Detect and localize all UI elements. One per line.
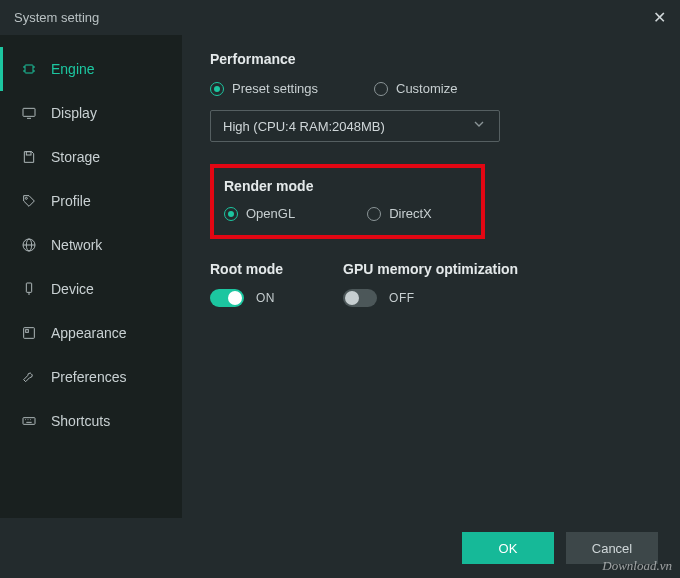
preset-dropdown[interactable]: High (CPU:4 RAM:2048MB) (210, 110, 500, 142)
radio-opengl[interactable]: OpenGL (224, 206, 295, 221)
toggle-state-label: ON (256, 291, 275, 305)
window-title: System setting (14, 10, 99, 25)
radio-label: OpenGL (246, 206, 295, 221)
cancel-button[interactable]: Cancel (566, 532, 658, 564)
radio-preset-settings[interactable]: Preset settings (210, 81, 318, 96)
sidebar-item-label: Network (51, 237, 102, 253)
render-mode-title: Render mode (224, 178, 471, 194)
sidebar-item-label: Storage (51, 149, 100, 165)
svg-rect-15 (26, 330, 29, 333)
footer: OK Cancel (0, 518, 680, 578)
radio-label: Customize (396, 81, 457, 96)
sidebar-item-shortcuts[interactable]: Shortcuts (0, 399, 182, 443)
sidebar-item-label: Shortcuts (51, 413, 110, 429)
svg-rect-0 (25, 65, 33, 73)
gpu-opt-title: GPU memory optimization (343, 261, 518, 277)
radio-dot-icon (374, 82, 388, 96)
ok-button[interactable]: OK (462, 532, 554, 564)
performance-title: Performance (210, 51, 652, 67)
svg-point-8 (25, 197, 27, 199)
sidebar-item-network[interactable]: Network (0, 223, 182, 267)
radio-label: Preset settings (232, 81, 318, 96)
toggle-knob (228, 291, 242, 305)
toggle-knob (345, 291, 359, 305)
save-icon (21, 149, 37, 165)
dropdown-value: High (CPU:4 RAM:2048MB) (223, 119, 385, 134)
chevron-down-icon (471, 116, 487, 137)
appearance-icon (21, 325, 37, 341)
svg-rect-16 (23, 418, 35, 425)
sidebar-item-label: Engine (51, 61, 95, 77)
root-mode-col: Root mode ON (210, 261, 283, 307)
radio-dot-icon (367, 207, 381, 221)
body: Engine Display Storage Profile (0, 35, 680, 518)
device-icon (21, 281, 37, 297)
globe-icon (21, 237, 37, 253)
sidebar-item-label: Display (51, 105, 97, 121)
settings-window: System setting ✕ Engine Display St (0, 0, 680, 578)
sidebar-item-device[interactable]: Device (0, 267, 182, 311)
render-mode-highlight: Render mode OpenGL DirectX (210, 164, 485, 239)
sidebar-item-engine[interactable]: Engine (0, 47, 182, 91)
sidebar-item-preferences[interactable]: Preferences (0, 355, 182, 399)
gpu-opt-toggle-row: OFF (343, 289, 518, 307)
radio-customize[interactable]: Customize (374, 81, 457, 96)
root-mode-toggle[interactable] (210, 289, 244, 307)
sidebar-item-appearance[interactable]: Appearance (0, 311, 182, 355)
svg-rect-7 (26, 152, 31, 155)
performance-radio-row: Preset settings Customize (210, 81, 652, 96)
gpu-opt-toggle[interactable] (343, 289, 377, 307)
gpu-opt-col: GPU memory optimization OFF (343, 261, 518, 307)
root-mode-toggle-row: ON (210, 289, 283, 307)
monitor-icon (21, 105, 37, 121)
sidebar-item-display[interactable]: Display (0, 91, 182, 135)
sidebar-item-label: Profile (51, 193, 91, 209)
sidebar-item-label: Appearance (51, 325, 127, 341)
content-panel: Performance Preset settings Customize Hi… (182, 35, 680, 518)
sidebar-item-profile[interactable]: Profile (0, 179, 182, 223)
titlebar: System setting ✕ (0, 0, 680, 35)
radio-dot-icon (210, 82, 224, 96)
chip-icon (21, 61, 37, 77)
svg-rect-5 (23, 108, 35, 116)
root-mode-title: Root mode (210, 261, 283, 277)
close-icon[interactable]: ✕ (653, 8, 666, 27)
sidebar: Engine Display Storage Profile (0, 35, 182, 518)
wrench-icon (21, 369, 37, 385)
toggle-state-label: OFF (389, 291, 415, 305)
radio-dot-icon (224, 207, 238, 221)
tag-icon (21, 193, 37, 209)
sidebar-item-storage[interactable]: Storage (0, 135, 182, 179)
render-radio-row: OpenGL DirectX (224, 206, 471, 221)
keyboard-icon (21, 413, 37, 429)
radio-directx[interactable]: DirectX (367, 206, 432, 221)
sidebar-item-label: Preferences (51, 369, 126, 385)
radio-label: DirectX (389, 206, 432, 221)
svg-rect-12 (26, 283, 31, 292)
mode-row: Root mode ON GPU memory optimization OFF (210, 261, 652, 307)
sidebar-item-label: Device (51, 281, 94, 297)
